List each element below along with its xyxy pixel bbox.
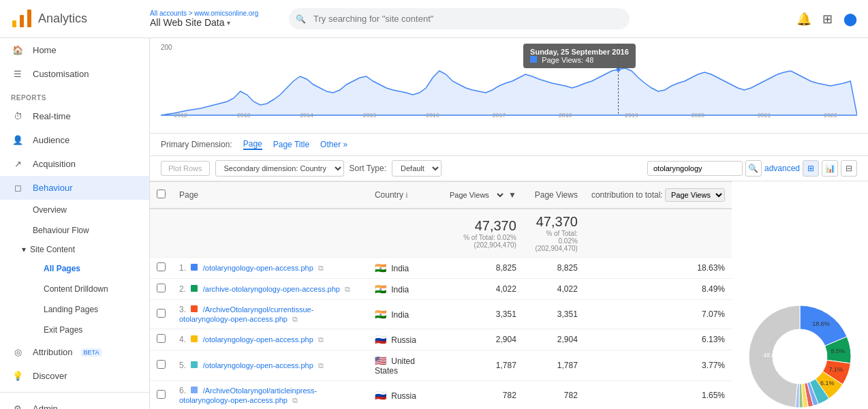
chart-svg: 2012 2013 2014 2015 2016 2017 2018 2019 … — [161, 44, 857, 119]
page-views-cell: 3,351 — [435, 300, 523, 329]
top-actions: 🔔 ⊞ ⬤ — [796, 12, 857, 27]
table-search-input[interactable] — [647, 161, 743, 176]
sidebar-item-attribution[interactable]: ◎ Attribution BETA — [0, 340, 149, 364]
page-link[interactable]: /otolaryngology-open-access.php — [203, 361, 313, 369]
svg-rect-1 — [20, 15, 24, 27]
plot-rows-button[interactable]: Plot Rows — [161, 161, 210, 176]
dimension-bar: Primary Dimension: Page Page Title Other… — [150, 134, 868, 156]
row-checkbox[interactable] — [157, 360, 166, 369]
page-views-cell: 782 — [435, 381, 523, 410]
advanced-link[interactable]: advanced — [764, 164, 800, 173]
page-views-cell: 1,787 — [435, 350, 523, 381]
row-color-dot — [191, 285, 198, 292]
page-copy-icon[interactable]: ⧉ — [318, 361, 324, 369]
svg-text:2014: 2014 — [300, 112, 313, 119]
row-number: 1. — [179, 263, 189, 273]
th-page: Page — [172, 182, 368, 209]
table-wrap: Page Country ℹ Page Views ▼ — [150, 181, 868, 409]
account-selector[interactable]: All accounts > www.omicsonline.org All W… — [150, 10, 273, 28]
table-row: 4. /otolaryngology-open-access.php ⧉ 🇷🇺 … — [150, 329, 732, 350]
dimension-page-title-link[interactable]: Page Title — [273, 140, 309, 149]
sidebar-item-discover[interactable]: 💡 Discover — [0, 364, 149, 388]
secondary-dimension-select[interactable]: Secondary dimension: Country — [215, 160, 344, 177]
page-copy-icon[interactable]: ⧉ — [292, 396, 298, 404]
page-copy-icon[interactable]: ⧉ — [318, 335, 324, 344]
page-views-cell-2: 2,904 — [523, 329, 585, 350]
pie-label: 8.5% — [831, 348, 845, 354]
page-copy-icon[interactable]: ⧉ — [292, 315, 298, 323]
country-name: India — [391, 310, 409, 320]
page-link[interactable]: /otolaryngology-open-access.php — [203, 335, 313, 344]
sort-direction-icon[interactable]: ▼ — [508, 190, 516, 200]
row-number: 6. — [179, 386, 189, 395]
row-checkbox[interactable] — [157, 334, 166, 343]
sidebar-label-discover: Discover — [33, 371, 67, 381]
row-number: 5. — [179, 361, 189, 370]
sidebar-label-admin: Admin — [33, 404, 58, 409]
chart-view-button[interactable]: 📊 — [822, 160, 838, 177]
th-page-views: Page Views — [523, 182, 585, 209]
sidebar-item-behaviour[interactable]: ◻ Behaviour — [0, 176, 149, 200]
sort-type-label: Sort Type: — [350, 164, 386, 173]
sidebar-item-audience[interactable]: 👤 Audience — [0, 128, 149, 152]
sidebar-sub-exit-pages[interactable]: Exit Pages — [0, 320, 149, 340]
page-link[interactable]: /archive-otolaryngology-open-access.php — [203, 285, 340, 293]
sidebar-divider — [0, 392, 149, 393]
sidebar-sub-behaviour-flow[interactable]: Behaviour Flow — [0, 220, 149, 241]
page-views-metric-select[interactable]: Page Views — [441, 187, 506, 202]
sidebar-sub-landing-pages[interactable]: Landing Pages — [0, 299, 149, 320]
pivot-view-button[interactable]: ⊟ — [841, 160, 857, 177]
sidebar-item-admin[interactable]: ⚙ Admin — [0, 397, 149, 409]
customisation-icon: ☰ — [11, 69, 25, 79]
table-header: Page Country ℹ Page Views ▼ — [150, 182, 732, 209]
dimension-other-link[interactable]: Other » — [320, 140, 347, 149]
sidebar-item-realtime[interactable]: ⏱ Real-time — [0, 104, 149, 128]
table-row: 3. /ArchiveOtolaryngol/currentissue-otol… — [150, 300, 732, 329]
th-page-views-dropdown[interactable]: Page Views ▼ — [435, 182, 523, 209]
contribution-cell: 18.63% — [585, 258, 732, 279]
table-row: 6. /ArchiveOtolaryngol/articleinpress-ot… — [150, 381, 732, 410]
row-color-dot — [191, 335, 198, 342]
home-icon: 🏠 — [11, 45, 25, 55]
search-input[interactable] — [289, 8, 630, 29]
row-checkbox[interactable] — [157, 390, 166, 399]
sidebar-item-acquisition[interactable]: ↗ Acquisition — [0, 152, 149, 176]
data-table: Page Country ℹ Page Views ▼ — [150, 181, 732, 409]
table-body: 47,370 % of Total: 0.02% (202,904,470) 4… — [150, 209, 732, 409]
sidebar-sub-site-content[interactable]: ▾ Site Content — [0, 241, 149, 258]
property-selector[interactable]: All Web Site Data ▾ — [150, 17, 273, 28]
contribution-cell: 6.13% — [585, 329, 732, 350]
grid-view-button[interactable]: ⊞ — [803, 160, 819, 177]
main-layout: 🏠 Home ☰ Customisation REPORTS ⏱ Real-ti… — [0, 38, 868, 409]
page-link[interactable]: /otolaryngology-open-access.php — [203, 264, 313, 272]
row-checkbox[interactable] — [157, 309, 166, 318]
page-copy-icon[interactable]: ⧉ — [345, 285, 350, 293]
notifications-icon[interactable]: 🔔 — [796, 12, 811, 27]
row-color-dot — [191, 361, 198, 368]
sidebar-item-customisation[interactable]: ☰ Customisation — [0, 62, 149, 86]
sort-type-select[interactable]: Default — [392, 160, 441, 177]
table-search-button[interactable]: 🔍 — [745, 160, 762, 177]
pie-label: 7.1% — [828, 366, 843, 373]
svg-text:2015: 2015 — [363, 112, 377, 119]
sidebar-label-realtime: Real-time — [33, 111, 71, 121]
dimension-page-link[interactable]: Page — [243, 139, 262, 150]
property-name: All Web Site Data — [150, 17, 224, 28]
row-checkbox[interactable] — [157, 284, 166, 292]
svg-text:2019: 2019 — [625, 112, 638, 119]
select-all-checkbox[interactable] — [157, 190, 166, 198]
svg-text:2022: 2022 — [824, 112, 837, 119]
sidebar-sub-content-drilldown[interactable]: Content Drilldown — [0, 279, 149, 299]
account-icon[interactable]: ⬤ — [843, 12, 857, 27]
page-copy-icon[interactable]: ⧉ — [318, 264, 324, 272]
sidebar-sub-overview[interactable]: Overview — [0, 200, 149, 220]
pie-label: 18.6% — [812, 320, 830, 327]
apps-icon[interactable]: ⊞ — [822, 12, 833, 27]
contribution-metric-select[interactable]: Page Views — [665, 188, 725, 202]
sidebar-sub-all-pages[interactable]: All Pages — [0, 258, 149, 279]
sidebar-item-home[interactable]: 🏠 Home — [0, 38, 149, 62]
admin-icon: ⚙ — [11, 404, 25, 409]
acquisition-icon: ↗ — [11, 159, 25, 169]
svg-rect-0 — [12, 20, 16, 27]
row-checkbox[interactable] — [157, 262, 166, 271]
